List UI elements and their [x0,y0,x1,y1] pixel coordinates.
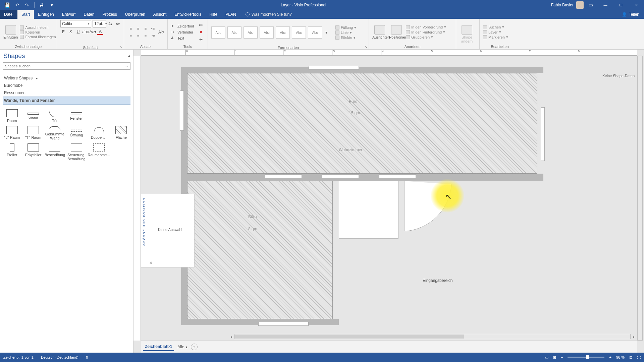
style-swatch[interactable]: Abc [227,26,241,39]
shape-pfeiler[interactable]: Pfeiler [2,143,22,161]
tab-file[interactable]: Datei [0,10,17,19]
tell-me-search[interactable]: Was möchten Sie tun? [240,10,292,19]
maximize-button[interactable]: ☐ [613,0,629,10]
style-swatch[interactable]: Abc [211,26,225,39]
minimize-button[interactable]: — [598,0,613,10]
tab-ueberpruefen[interactable]: Überprüfen [121,10,149,19]
align-left-icon[interactable]: ≡ [127,25,134,32]
tab-entwicklertools[interactable]: Entwicklertools [170,10,205,19]
zoom-slider[interactable] [568,357,604,358]
rotate-text-icon[interactable]: A↻ [158,29,164,35]
stencil-item[interactable]: Büromöbel [3,82,130,89]
style-swatch[interactable]: Abc [276,26,290,39]
shape-wand[interactable]: Wand [23,109,43,123]
zoom-out-icon[interactable]: − [561,355,563,359]
x-tool-icon[interactable]: ✕ [198,29,204,35]
shape-gekruemmte[interactable]: Gekrümmte Wand [45,126,65,140]
copy-button[interactable]: Kopieren [20,30,56,34]
style-swatch[interactable]: Abc [260,26,274,39]
tab-hilfe[interactable]: Hilfe [205,10,221,19]
zoom-in-icon[interactable]: + [609,355,611,359]
zoom-value[interactable]: 96 % [616,355,625,359]
paragraph-controls[interactable]: ≡≡≡•≡ ≡≡≡⇥ [127,25,156,39]
shape-raum[interactable]: Raum [2,109,22,123]
font-size-combo[interactable]: 12pt.▾ [93,20,106,27]
italic-button[interactable]: K [68,29,74,35]
close-button[interactable]: ✕ [629,0,644,10]
tab-einfuegen[interactable]: Einfügen [34,10,58,19]
find-button[interactable]: Suchen ▾ [483,25,508,29]
style-swatch[interactable]: Abc [244,26,258,39]
tab-daten[interactable]: Daten [79,10,98,19]
group-button[interactable]: Gruppieren ▾ [406,35,446,39]
sheet-all-button[interactable]: Alle ▴ [177,345,187,349]
font-dialog-launcher[interactable]: ↘ [60,45,122,49]
qat-customize-icon[interactable]: ▾ [47,1,56,9]
styles-dialog-launcher[interactable]: ↘ [211,45,367,49]
decrease-font-icon[interactable]: A▾ [115,21,121,27]
line-button[interactable]: Linie ▾ [335,31,356,35]
bring-front-button[interactable]: In den Vordergrund ▾ [406,25,446,29]
shape-flaeche[interactable]: Fläche [111,126,131,140]
shape-beschriftung[interactable]: Beschriftung [45,143,65,161]
paste-button[interactable]: Einfügen [3,25,18,39]
save-icon[interactable]: 💾 [3,1,11,9]
scroll-left-icon[interactable]: ◂ [228,334,234,339]
shape-styles-gallery[interactable]: Abc Abc Abc Abc Abc Abc Abc ▾ [211,26,329,39]
effects-button[interactable]: Effekte ▾ [335,36,356,40]
tab-ansicht[interactable]: Ansicht [149,10,170,19]
more-shapes-item[interactable]: Weitere Shapes [3,74,130,82]
display-options-icon[interactable]: ▭ [586,1,595,9]
fullscreen-icon[interactable]: ⛶ [637,355,641,359]
text-tool-button[interactable]: AText [171,36,194,41]
shape-bemessung[interactable]: Steuerung: Bemaßung [66,143,86,161]
shape-doppeltuer[interactable]: Doppeltür [88,126,110,140]
scroll-thumb[interactable] [234,335,464,339]
macro-record-icon[interactable]: ▯ [86,355,88,360]
shape-l-raum[interactable]: "L"-Raum [2,126,22,140]
cut-button[interactable]: Ausschneiden [20,25,56,29]
format-painter-button[interactable]: Format übertragen [20,35,56,39]
collapse-pane-icon[interactable]: ◂ [128,54,130,58]
position-button[interactable]: Positionieren [389,25,404,39]
share-button[interactable]: Teilen [629,12,639,17]
redo-icon[interactable]: ↷ [23,1,32,9]
gallery-expand-icon[interactable]: ▾ [324,30,329,35]
status-lang[interactable]: Deutsch (Deutschland) [41,355,78,359]
stencil-item-active[interactable]: Wände, Türen und Fenster [3,97,130,105]
shape-oeffnung[interactable]: Öffnung [66,126,86,140]
search-go-icon[interactable]: → [123,62,130,70]
size-position-panel[interactable]: GRÖSSE UND POSITION Keine Auswahl ✕ [141,194,195,267]
layer-button[interactable]: Layer ▾ [483,30,508,34]
shapes-search-input[interactable] [3,62,123,70]
sheet-tab-active[interactable]: Zeichenblatt-1 [143,343,174,351]
font-name-combo[interactable]: Calibri▾ [60,20,91,27]
fill-button[interactable]: Füllung ▾ [335,25,356,30]
select-button[interactable]: Markieren ▾ [483,35,508,39]
change-case-button[interactable]: Aa▾ [90,29,96,35]
underline-button[interactable]: U [75,29,81,35]
align-button[interactable]: Ausrichten [372,25,387,39]
size-panel-close-icon[interactable]: ✕ [149,260,153,265]
crosshair-tool-icon[interactable]: ✛ [198,37,204,43]
font-color-button[interactable]: A [97,29,103,35]
shape-tuer[interactable]: Tür [45,109,65,123]
fit-page-icon[interactable]: ⊞ [553,355,556,360]
tab-plan[interactable]: PLAN [221,10,240,19]
connector-tool-button[interactable]: ⇢Verbinder [171,30,194,35]
print-icon[interactable]: 🖨 [37,1,46,9]
presentation-mode-icon[interactable]: ▭ [545,355,548,360]
stencil-item[interactable]: Ressourcen [3,89,130,97]
shape-eckpfeiler[interactable]: Eckpfeiler [23,143,43,161]
tab-entwurf[interactable]: Entwurf [58,10,80,19]
shape-raumabme[interactable]: Raumabme... [88,143,110,161]
increase-font-icon[interactable]: A▴ [107,21,113,27]
shape-fenster[interactable]: Fenster [66,109,86,123]
tab-start[interactable]: Start [17,10,34,19]
tab-prozess[interactable]: Prozess [98,10,121,19]
shape-t-raum[interactable]: "T"-Raum [23,126,43,140]
style-swatch[interactable]: Abc [308,26,322,39]
undo-icon[interactable]: ↶ [13,1,21,9]
drawing-canvas[interactable]: Büro 15 qm Wohnzimmer Büro 8 qm Eingangs… [141,56,637,341]
strike-button[interactable]: abc [83,29,89,35]
